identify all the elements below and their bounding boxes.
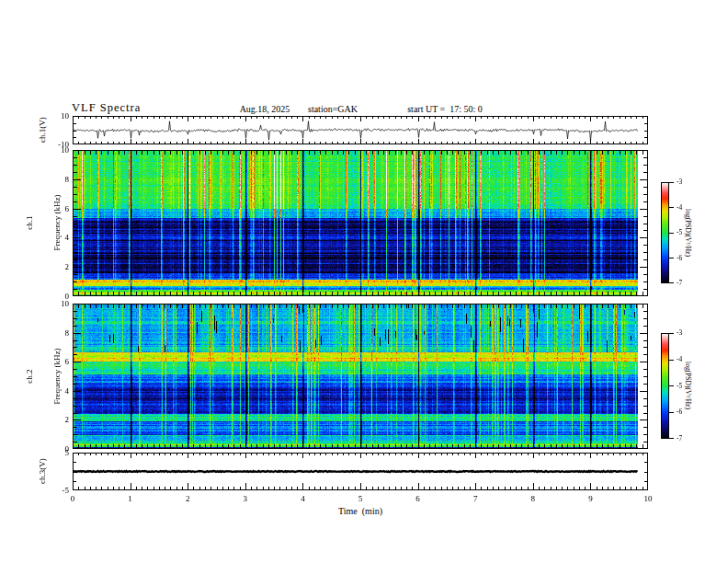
- x-tick-label: 6: [415, 495, 420, 503]
- y-tick-label: 2: [65, 416, 70, 424]
- colorbar-ch2-canvas: [661, 333, 675, 439]
- y-tick-label: 5: [65, 449, 70, 457]
- ch3-waveform-canvas: [73, 453, 648, 490]
- x-tick-label: 2: [186, 495, 190, 503]
- colorbar-tick-label: -5: [677, 229, 682, 236]
- colorbar-ch1-label: log(PSD)(V²/Hz): [683, 209, 692, 257]
- ch1-spectrogram-canvas: [73, 150, 648, 296]
- ch1-spec-axis-label: ch.1 Frequency (kHz): [6, 194, 80, 250]
- vlf-spectra-screen: VLF Spectra Aug.18, 2025 station=GAK sta…: [0, 0, 728, 563]
- x-tick-label: 9: [588, 495, 593, 503]
- start-ut-label: start UT = 17: 50: 0: [407, 104, 483, 114]
- plot-title: VLF Spectra: [72, 101, 141, 115]
- y-tick-label: 10: [61, 300, 69, 308]
- time-axis-label: Time (min): [338, 507, 382, 516]
- y-tick-label: 8: [65, 175, 70, 183]
- station-label: station=GAK: [308, 104, 358, 114]
- y-tick-label: 0: [65, 445, 70, 454]
- x-tick-label: 0: [71, 495, 75, 503]
- x-tick-label: 1: [128, 495, 132, 503]
- ch2-spectrogram-canvas: [73, 304, 648, 449]
- ch1-wave-axis-label: ch.1(V): [38, 117, 47, 143]
- date-label: Aug.18, 2025: [240, 104, 290, 114]
- x-tick-label: 4: [301, 495, 305, 503]
- axis-label-line: ch.1: [25, 194, 34, 250]
- colorbar-tick-label: -3: [677, 178, 682, 186]
- axis-label-line: Frequency (kHz): [52, 194, 62, 250]
- y-tick-label: -10: [58, 141, 69, 149]
- colorbar-tick-label: -7: [677, 280, 682, 287]
- x-tick-label: 10: [644, 495, 653, 503]
- y-tick-label: 10: [61, 146, 69, 155]
- colorbar-tick-label: -5: [677, 383, 682, 390]
- colorbar-tick-label: -7: [677, 435, 682, 442]
- ch2-spec-axis-label: ch.2 Frequency (kHz): [6, 348, 80, 404]
- ch1-waveform-canvas: [73, 116, 648, 144]
- colorbar-ch2-label: log(PSD)(V²/Hz): [683, 362, 692, 409]
- y-tick-label: -5: [63, 487, 70, 495]
- y-tick-label: 0: [65, 293, 70, 301]
- y-tick-label: 10: [61, 112, 69, 121]
- ch3-wave-axis-label: ch.3(V): [38, 458, 47, 484]
- axis-label-line: ch.2: [25, 348, 34, 404]
- x-tick-label: 3: [244, 495, 248, 503]
- colorbar-tick-label: -6: [677, 409, 682, 417]
- colorbar-tick-label: -6: [677, 255, 682, 262]
- axis-label-line: Frequency (kHz): [52, 348, 62, 404]
- x-tick-label: 5: [358, 495, 363, 503]
- colorbar-tick-label: -4: [677, 356, 682, 363]
- y-tick-label: 2: [65, 263, 70, 271]
- colorbar-ch1-canvas: [661, 182, 675, 283]
- colorbar-tick-label: -4: [677, 204, 682, 212]
- y-tick-label: 8: [65, 328, 70, 337]
- x-tick-label: 7: [473, 495, 478, 503]
- x-tick-label: 8: [531, 495, 536, 503]
- colorbar-tick-label: -3: [677, 329, 682, 337]
